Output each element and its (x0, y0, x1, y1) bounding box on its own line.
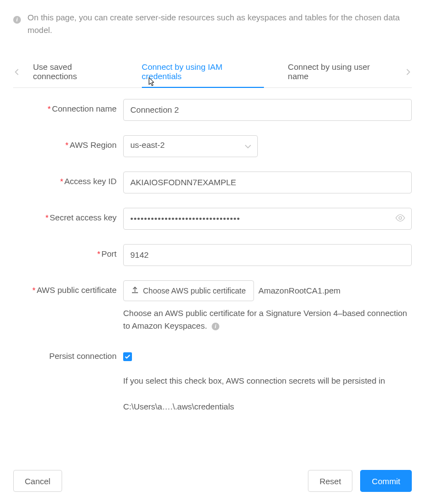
tabs-next-icon[interactable] (404, 61, 412, 83)
persist-connection-path: C:\Users\a….\.aws\credentials (123, 400, 412, 413)
tabs: Use saved connections Connect by using I… (13, 57, 412, 88)
row-aws-region: *AWS Region us-east-2 (13, 135, 412, 157)
row-persist-connection: Persist connection If you select this ch… (13, 346, 412, 413)
page-info: i On this page, you can create server-si… (13, 11, 412, 37)
label-connection-name: *Connection name (13, 99, 117, 113)
upload-icon (131, 286, 139, 295)
tab-iam-credentials[interactable]: Connect by using IAM credentials (130, 57, 276, 87)
label-aws-public-certificate: *AWS public certificate (13, 280, 117, 295)
port-input[interactable] (123, 244, 412, 266)
page-info-text: On this page, you can create server-side… (27, 11, 412, 37)
footer: Cancel Reset Commit (13, 470, 412, 492)
tabs-prev-icon[interactable] (13, 61, 21, 83)
connection-name-input[interactable] (123, 99, 412, 121)
tab-user-name[interactable]: Connect by using user name (276, 57, 405, 87)
choose-certificate-button[interactable]: Choose AWS public certificate (123, 280, 254, 301)
info-icon: i (13, 14, 21, 24)
row-secret-access-key: *Secret access key (13, 208, 412, 230)
aws-region-select[interactable]: us-east-2 (123, 135, 258, 157)
tab-saved-connections[interactable]: Use saved connections (21, 57, 130, 87)
label-access-key-id: *Access key ID (13, 171, 117, 186)
svg-point-0 (399, 217, 402, 219)
cancel-button[interactable]: Cancel (13, 470, 62, 492)
row-aws-public-certificate: *AWS public certificate Choose AWS publi… (13, 280, 412, 333)
reset-button[interactable]: Reset (308, 470, 352, 492)
commit-button[interactable]: Commit (360, 470, 412, 492)
access-key-id-input[interactable] (123, 171, 412, 193)
row-port: *Port (13, 244, 412, 266)
label-persist-connection: Persist connection (13, 346, 117, 361)
persist-connection-checkbox[interactable] (123, 352, 132, 361)
eye-icon[interactable] (395, 214, 405, 223)
label-port: *Port (13, 244, 117, 258)
secret-access-key-input[interactable] (123, 208, 412, 230)
certificate-filename: AmazonRootCA1.pem (258, 286, 340, 295)
row-connection-name: *Connection name (13, 99, 412, 121)
info-icon[interactable]: i (212, 323, 219, 330)
label-aws-region: *AWS Region (13, 135, 117, 149)
label-secret-access-key: *Secret access key (13, 208, 117, 222)
certificate-helper: Choose an AWS public certificate for a S… (123, 307, 412, 333)
persist-connection-helper: If you select this check box, AWS connec… (123, 374, 412, 387)
choose-certificate-label: Choose AWS public certificate (143, 286, 246, 295)
row-access-key-id: *Access key ID (13, 171, 412, 193)
